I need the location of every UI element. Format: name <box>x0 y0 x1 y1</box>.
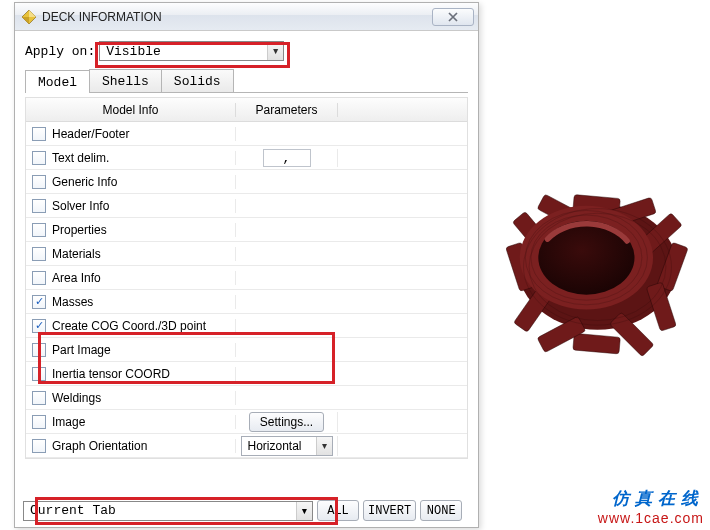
row-generic-info: Generic Info <box>26 170 467 194</box>
row-materials: Materials <box>26 242 467 266</box>
row-weldings: Weldings <box>26 386 467 410</box>
label-part-image: Part Image <box>52 343 111 357</box>
svg-rect-15 <box>514 285 554 332</box>
label-materials: Materials <box>52 247 101 261</box>
svg-point-17 <box>538 221 634 295</box>
svg-rect-9 <box>637 213 683 256</box>
row-solver-info: Solver Info <box>26 194 467 218</box>
checkbox-graph-orientation[interactable] <box>32 439 46 453</box>
col-parameters: Parameters <box>236 103 338 117</box>
svg-rect-6 <box>537 194 586 230</box>
svg-point-18 <box>524 209 672 326</box>
graph-orientation-select[interactable]: Horizontal ▾ <box>241 436 333 456</box>
checkbox-generic-info[interactable] <box>32 175 46 189</box>
checkbox-properties[interactable] <box>32 223 46 237</box>
svg-rect-7 <box>573 195 621 216</box>
chevron-down-icon: ▾ <box>267 42 283 60</box>
options-list: Model Info Parameters Header/Footer Text… <box>25 97 468 459</box>
label-graph-orientation: Graph Orientation <box>52 439 147 453</box>
checkbox-create-cog[interactable]: ✓ <box>32 319 46 333</box>
checkbox-masses[interactable]: ✓ <box>32 295 46 309</box>
label-weldings: Weldings <box>52 391 101 405</box>
row-text-delim: Text delim. , <box>26 146 467 170</box>
apply-on-select[interactable]: Visible ▾ <box>99 41 284 61</box>
titlebar: DECK INFORMATION <box>15 3 478 31</box>
row-part-image: Part Image <box>26 338 467 362</box>
apply-on-value: Visible <box>106 44 161 59</box>
input-text-delim[interactable]: , <box>263 149 311 167</box>
label-text-delim: Text delim. <box>52 151 109 165</box>
svg-point-16 <box>520 206 653 310</box>
svg-rect-4 <box>506 242 536 291</box>
label-area-info: Area Info <box>52 271 101 285</box>
row-masses: ✓ Masses <box>26 290 467 314</box>
checkbox-materials[interactable] <box>32 247 46 261</box>
checkbox-header-footer[interactable] <box>32 127 46 141</box>
label-generic-info: Generic Info <box>52 175 117 189</box>
label-header-footer: Header/Footer <box>52 127 129 141</box>
chevron-down-icon: ▾ <box>316 437 332 455</box>
svg-rect-5 <box>512 211 554 257</box>
svg-marker-2 <box>22 17 29 24</box>
all-button[interactable]: ALL <box>317 500 359 521</box>
row-area-info: Area Info <box>26 266 467 290</box>
checkbox-area-info[interactable] <box>32 271 46 285</box>
checkbox-weldings[interactable] <box>32 391 46 405</box>
svg-point-21 <box>531 215 642 300</box>
apply-on-label: Apply on: <box>25 44 95 59</box>
list-header: Model Info Parameters <box>26 98 467 122</box>
checkbox-image[interactable] <box>32 415 46 429</box>
chevron-down-icon: ▾ <box>296 502 312 520</box>
checkbox-inertia[interactable] <box>32 367 46 381</box>
dialog-title: DECK INFORMATION <box>42 10 432 24</box>
row-graph-orientation: Graph Orientation Horizontal ▾ <box>26 434 467 458</box>
watermark-url: www.1cae.com <box>598 510 704 526</box>
svg-rect-11 <box>646 282 676 331</box>
svg-point-19 <box>529 213 666 320</box>
row-header-footer: Header/Footer <box>26 122 467 146</box>
row-inertia: Inertia tensor COORD <box>26 362 467 386</box>
col-model-info: Model Info <box>26 103 236 117</box>
watermark-footer: 仿真在线 www.1cae.com <box>598 487 704 526</box>
checkbox-part-image[interactable] <box>32 343 46 357</box>
current-tab-select[interactable]: Current Tab ▾ <box>23 501 313 521</box>
row-properties: Properties <box>26 218 467 242</box>
watermark-cn: 仿真在线 <box>598 487 704 510</box>
label-masses: Masses <box>52 295 93 309</box>
app-icon <box>21 9 37 25</box>
svg-rect-12 <box>609 312 653 356</box>
label-image: Image <box>52 415 85 429</box>
tab-solids[interactable]: Solids <box>161 69 234 92</box>
graph-orientation-value: Horizontal <box>248 439 302 453</box>
checkbox-solver-info[interactable] <box>32 199 46 213</box>
checkbox-text-delim[interactable] <box>32 151 46 165</box>
current-tab-value: Current Tab <box>30 503 116 518</box>
label-properties: Properties <box>52 223 107 237</box>
svg-rect-8 <box>607 197 656 227</box>
none-button[interactable]: NONE <box>420 500 462 521</box>
label-create-cog: Create COG Coord./3D point <box>52 319 206 333</box>
label-solver-info: Solver Info <box>52 199 109 213</box>
tab-model[interactable]: Model <box>25 70 90 93</box>
svg-rect-13 <box>573 333 621 354</box>
close-icon <box>448 12 458 22</box>
svg-point-3 <box>518 204 677 330</box>
deck-info-dialog: DECK INFORMATION Apply on: Visible ▾ Mod… <box>14 2 479 528</box>
row-create-cog: ✓ Create COG Coord./3D point <box>26 314 467 338</box>
image-settings-button[interactable]: Settings... <box>249 412 324 432</box>
label-inertia: Inertia tensor COORD <box>52 367 170 381</box>
close-button[interactable] <box>432 8 474 26</box>
tab-shells[interactable]: Shells <box>89 69 162 92</box>
invert-button[interactable]: INVERT <box>363 500 416 521</box>
viewport-gear <box>505 144 690 362</box>
svg-rect-14 <box>537 316 586 352</box>
tabstrip: Model Shells Solids <box>25 69 468 93</box>
svg-rect-10 <box>657 242 688 291</box>
svg-point-20 <box>525 210 647 304</box>
row-image: Image Settings... <box>26 410 467 434</box>
